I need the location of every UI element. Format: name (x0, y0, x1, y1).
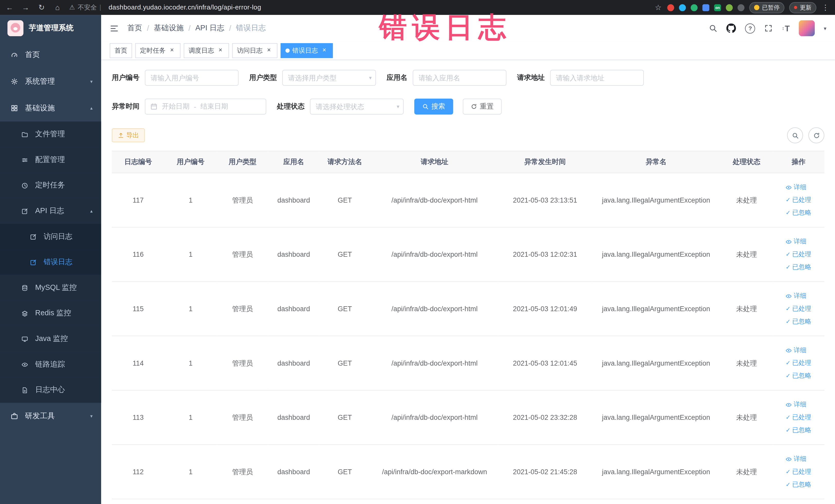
script-paused-badge[interactable]: 已暂停 (749, 2, 785, 13)
sidebar-item-config-management[interactable]: 配置管理 (0, 147, 101, 173)
user-id-input[interactable] (145, 70, 239, 86)
sidebar-item-access-log[interactable]: 访问日志 (0, 224, 101, 249)
cell-log-id: 114 (112, 336, 165, 390)
reset-button[interactable]: 重置 (463, 99, 502, 115)
close-icon[interactable]: × (321, 47, 328, 55)
search-button[interactable]: 搜索 (414, 99, 453, 115)
sidebar-item-api-log[interactable]: API 日志 ▴ (0, 198, 101, 224)
close-icon[interactable]: × (217, 47, 224, 55)
sidebar-item-scheduled-tasks[interactable]: 定时任务 (0, 173, 101, 198)
extension-puzzle-icon[interactable] (737, 4, 745, 11)
extension-icon[interactable] (726, 4, 733, 11)
site-security-indicator[interactable]: ⚠ 不安全 | (69, 3, 101, 12)
cell-url: /api/infra/db-doc/export-html (371, 282, 498, 336)
detail-link[interactable]: 详细 (786, 291, 807, 300)
sidebar-item-java-monitor[interactable]: Java 监控 (0, 326, 101, 352)
github-icon[interactable] (727, 23, 736, 33)
cell-url: /api/infra/db-doc/export-html (371, 336, 498, 390)
detail-link[interactable]: 详细 (786, 400, 807, 409)
browser-menu-icon[interactable]: ⋮ (821, 3, 830, 12)
dashboard-icon (11, 51, 18, 59)
close-icon[interactable]: × (168, 47, 176, 55)
mark-processed-link[interactable]: ✓已处理 (786, 250, 811, 259)
sidebar-item-infrastructure[interactable]: 基础设施 ▴ (0, 95, 101, 121)
search-icon[interactable] (709, 24, 717, 32)
help-icon[interactable]: ? (745, 23, 755, 33)
extension-icon[interactable] (702, 4, 709, 11)
breadcrumb-api-log[interactable]: API 日志 (195, 23, 224, 33)
right-toolbar (787, 127, 824, 143)
close-icon[interactable]: × (265, 47, 272, 55)
tab-access-log[interactable]: 访问日志 × (232, 43, 278, 58)
tab-scheduled-tasks[interactable]: 定时任务 × (135, 43, 180, 58)
smiley-icon (754, 5, 759, 10)
user-type-select-input[interactable] (282, 70, 376, 86)
sidebar-item-label: 文件管理 (35, 129, 65, 139)
tab-home[interactable]: 首页 (109, 43, 132, 58)
bookmark-star-icon[interactable]: ☆ (654, 3, 663, 12)
extension-icon[interactable] (679, 4, 686, 11)
tags-view: 首页 定时任务 × 调度日志 × 访问日志 × 错误日志 × (101, 42, 835, 60)
detail-link[interactable]: 详细 (786, 237, 807, 246)
mark-processed-link[interactable]: ✓已处理 (786, 413, 811, 422)
mark-processed-link[interactable]: ✓已处理 (786, 196, 811, 205)
address-bar-url[interactable]: dashboard.yudao.iocoder.cn/infra/log/api… (108, 4, 261, 11)
sidebar-item-mysql-monitor[interactable]: MySQL 监控 (0, 275, 101, 301)
mark-processed-link[interactable]: ✓已处理 (786, 359, 811, 368)
sidebar-item-dev-tools[interactable]: 研发工具 ▾ (0, 403, 101, 429)
collapse-sidebar-icon[interactable] (109, 24, 119, 33)
user-type-select[interactable]: ▾ (282, 70, 376, 86)
app-name-input[interactable] (413, 70, 506, 86)
browser-reload-icon[interactable]: ↻ (37, 3, 46, 12)
cell-actions: 详细 ✓已处理 ✓已忽略 (773, 390, 824, 445)
mark-processed-link[interactable]: ✓已处理 (786, 304, 811, 313)
sidebar-item-home[interactable]: 首页 (0, 42, 101, 68)
cell-user-id: 1 (165, 227, 217, 282)
request-url-input[interactable] (550, 70, 644, 86)
sidebar-item-system[interactable]: 系统管理 ▾ (0, 68, 101, 95)
extension-icon[interactable] (667, 4, 674, 11)
extension-on-icon[interactable]: on (714, 4, 721, 11)
filter-app-name: 应用名 (387, 70, 506, 86)
mark-ignored-link[interactable]: ✓已忽略 (786, 208, 811, 217)
chevron-up-icon: ▴ (90, 208, 93, 214)
user-avatar[interactable] (799, 20, 815, 36)
avatar-caret-down-icon[interactable]: ▾ (824, 25, 826, 31)
mark-processed-link[interactable]: ✓已处理 (786, 467, 811, 476)
mark-ignored-link[interactable]: ✓已忽略 (786, 426, 811, 435)
browser-forward-icon[interactable]: → (21, 3, 30, 12)
column-header: 请求方法名 (319, 151, 371, 173)
breadcrumb-separator: / (147, 24, 149, 32)
sidebar-item-tracing[interactable]: 链路追踪 (0, 352, 101, 378)
link-label: 已忽略 (792, 208, 811, 217)
tab-error-log[interactable]: 错误日志 × (281, 43, 333, 58)
tab-schedule-log[interactable]: 调度日志 × (184, 43, 229, 58)
edit-icon (21, 207, 28, 215)
mark-ignored-link[interactable]: ✓已忽略 (786, 263, 811, 271)
refresh-table-button[interactable] (808, 127, 824, 143)
detail-link[interactable]: 详细 (786, 346, 807, 355)
font-size-icon[interactable]: ↕T (782, 24, 790, 33)
sidebar-item-file-management[interactable]: 文件管理 (0, 121, 101, 147)
detail-link[interactable]: 详细 (786, 455, 807, 463)
mark-ignored-link[interactable]: ✓已忽略 (786, 317, 811, 326)
toggle-search-button[interactable] (787, 127, 803, 143)
detail-link[interactable]: 详细 (786, 183, 807, 192)
date-range-picker[interactable]: 开始日期 - 结束日期 (145, 99, 266, 115)
fullscreen-icon[interactable] (765, 24, 773, 32)
extension-icon[interactable] (691, 4, 698, 11)
process-status-select-input[interactable] (310, 99, 404, 115)
sidebar-item-log-center[interactable]: 日志中心 (0, 377, 101, 403)
process-status-select[interactable]: ▾ (310, 99, 404, 115)
mark-ignored-link[interactable]: ✓已忽略 (786, 480, 811, 489)
export-button[interactable]: 导出 (112, 128, 145, 142)
breadcrumb-home[interactable]: 首页 (127, 23, 142, 33)
browser-back-icon[interactable]: ← (5, 3, 14, 12)
mark-ignored-link[interactable]: ✓已忽略 (786, 371, 811, 380)
sidebar-item-error-log[interactable]: 错误日志 (0, 249, 101, 275)
browser-update-button[interactable]: 更新 (789, 2, 816, 13)
cell-actions: 详细 ✓已处理 ✓已忽略 (773, 336, 824, 390)
breadcrumb-infrastructure[interactable]: 基础设施 (154, 23, 184, 33)
sidebar-item-redis-monitor[interactable]: Redis 监控 (0, 300, 101, 326)
browser-home-icon[interactable]: ⌂ (53, 3, 62, 12)
